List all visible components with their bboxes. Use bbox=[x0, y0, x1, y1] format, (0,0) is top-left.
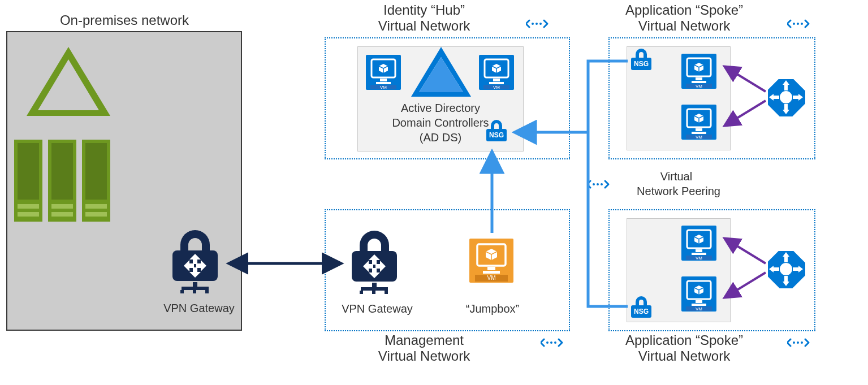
server-rack-icon bbox=[14, 140, 127, 224]
peering-label-1: Virtual bbox=[620, 170, 733, 183]
mgmt-title: Management Virtual Network bbox=[339, 332, 509, 364]
spoke-top-title: Application “Spoke” Virtual Network bbox=[597, 2, 772, 34]
vpn-gateway-onprem-icon bbox=[168, 226, 224, 296]
adds-label-1: Active Directory bbox=[358, 101, 523, 115]
vm-icon bbox=[681, 54, 718, 90]
onprem-box: VPN Gateway bbox=[6, 31, 242, 331]
arrow-jumpbox-to-hub bbox=[486, 147, 498, 237]
hub-title: Identity “Hub” Virtual Network bbox=[339, 2, 509, 34]
arrow-lb-bottom bbox=[718, 228, 775, 308]
vpn-onprem-label: VPN Gateway bbox=[157, 301, 241, 315]
peer-icon-hub bbox=[526, 18, 550, 31]
arrow-vpn-link bbox=[225, 258, 349, 269]
vpn-gateway-azure-icon bbox=[347, 226, 404, 297]
peer-icon-mgmt bbox=[541, 337, 564, 349]
vm-icon bbox=[366, 55, 402, 91]
vpn-azure-label: VPN Gateway bbox=[335, 302, 420, 315]
peer-icon-spoke-top bbox=[787, 18, 811, 31]
ad-triangle-onprem-icon bbox=[23, 44, 114, 123]
vm-icon bbox=[681, 105, 718, 141]
vm-icon bbox=[681, 226, 718, 262]
nsg-hub-icon bbox=[484, 119, 509, 144]
spoke-bottom-title: Application “Spoke” Virtual Network bbox=[597, 332, 772, 364]
arrow-spokes-to-hub bbox=[509, 54, 633, 314]
svg-line-38 bbox=[725, 239, 766, 263]
peer-icon-spoke-bottom bbox=[787, 337, 811, 349]
jumpbox-vm-icon bbox=[469, 239, 515, 284]
svg-line-36 bbox=[725, 67, 766, 92]
arrow-lb-top bbox=[718, 57, 775, 136]
svg-line-37 bbox=[725, 101, 766, 126]
onprem-title: On-premises network bbox=[40, 12, 209, 28]
vm-icon bbox=[681, 276, 718, 313]
ad-triangle-icon bbox=[409, 45, 473, 101]
svg-line-39 bbox=[725, 272, 766, 297]
